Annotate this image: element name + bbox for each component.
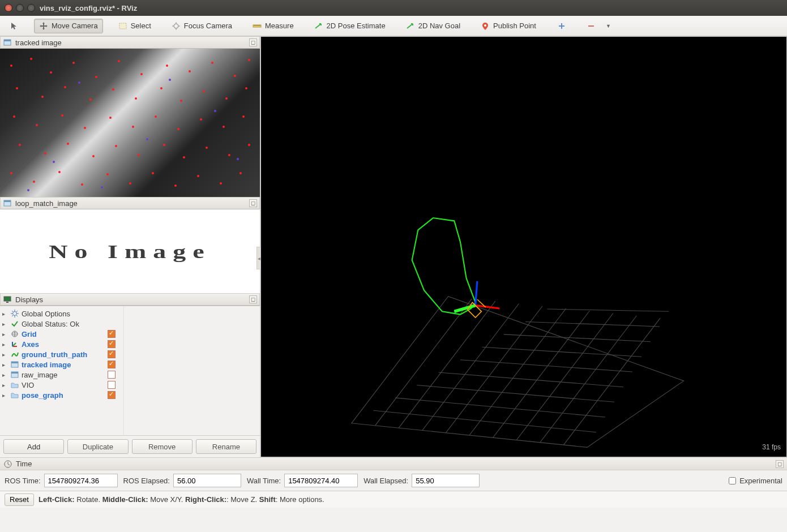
plus-icon[interactable] bbox=[557, 22, 566, 31]
no-image-label: No Image bbox=[49, 240, 211, 263]
ros-elapsed-field[interactable] bbox=[173, 474, 241, 487]
svg-rect-93 bbox=[11, 372, 18, 374]
maximize-icon[interactable] bbox=[27, 4, 35, 12]
ros-time-field[interactable] bbox=[44, 474, 118, 487]
reset-button[interactable]: Reset bbox=[5, 494, 34, 506]
tree-item-label: ground_truth_path bbox=[22, 350, 87, 359]
svg-point-40 bbox=[242, 115, 245, 118]
tree-row[interactable]: ▸Grid bbox=[1, 329, 122, 339]
tree-row[interactable]: ▸VIO bbox=[1, 380, 122, 390]
visibility-checkbox[interactable] bbox=[108, 340, 116, 348]
rename-button[interactable]: Rename bbox=[196, 439, 256, 454]
expand-arrow-icon[interactable]: ▸ bbox=[2, 372, 8, 378]
duplicate-button[interactable]: Duplicate bbox=[67, 439, 128, 454]
3d-viewport[interactable]: ◂ 31 fps bbox=[260, 36, 787, 457]
svg-point-43 bbox=[67, 143, 69, 145]
undock-icon[interactable]: ◻ bbox=[249, 295, 257, 303]
minus-icon[interactable] bbox=[587, 22, 596, 31]
add-button[interactable]: Add bbox=[3, 439, 64, 454]
expand-arrow-icon[interactable]: ▸ bbox=[2, 341, 8, 347]
expand-arrow-icon[interactable]: ▸ bbox=[2, 351, 8, 358]
displays-panel-header[interactable]: Displays ◻ bbox=[0, 293, 260, 306]
tree-row[interactable]: ▸Axes bbox=[1, 339, 122, 349]
fps-label: 31 fps bbox=[762, 443, 781, 451]
viewport-scene bbox=[261, 37, 786, 486]
tree-row[interactable]: ▸tracked image bbox=[1, 359, 122, 370]
tree-row[interactable]: ▸Global Status: Ok bbox=[1, 319, 122, 329]
move-camera-label: Move Camera bbox=[52, 22, 98, 30]
undock-icon[interactable]: ◻ bbox=[249, 199, 257, 207]
svg-point-2 bbox=[174, 24, 178, 28]
chevron-down-icon[interactable]: ▼ bbox=[606, 23, 611, 29]
svg-point-30 bbox=[13, 115, 15, 118]
grid-icon bbox=[10, 329, 19, 338]
displays-tree[interactable]: ▸Global Options▸Global Status: Ok▸Grid▸A… bbox=[0, 306, 124, 435]
svg-point-50 bbox=[228, 154, 230, 156]
svg-point-14 bbox=[166, 65, 168, 67]
expand-arrow-icon[interactable]: ▸ bbox=[2, 382, 8, 388]
tree-row[interactable]: ▸Global Options bbox=[1, 308, 122, 319]
svg-point-41 bbox=[19, 144, 21, 146]
tree-row[interactable]: ▸raw_image bbox=[1, 370, 122, 380]
visibility-checkbox[interactable] bbox=[108, 361, 116, 368]
measure-button[interactable]: Measure bbox=[247, 19, 299, 33]
svg-rect-1 bbox=[120, 24, 126, 28]
nav-goal-label: 2D Nav Goal bbox=[418, 22, 460, 30]
panel-expand-handle[interactable]: ◂ bbox=[256, 247, 261, 269]
svg-line-83 bbox=[12, 315, 13, 316]
focus-camera-label: Focus Camera bbox=[184, 22, 232, 30]
displays-buttons: Add Duplicate Remove Rename bbox=[0, 435, 260, 457]
undock-icon[interactable]: ◻ bbox=[249, 38, 257, 46]
tracked-image-panel-header[interactable]: tracked image ◻ bbox=[0, 36, 260, 49]
loop-match-panel-header[interactable]: loop_match_image ◻ bbox=[0, 197, 260, 209]
select-icon bbox=[118, 22, 127, 31]
nav-goal-button[interactable]: 2D Nav Goal bbox=[401, 19, 465, 33]
expand-arrow-icon[interactable]: ▸ bbox=[2, 331, 8, 337]
focus-camera-button[interactable]: Focus Camera bbox=[166, 19, 237, 33]
ros-time-label: ROS Time: bbox=[5, 477, 41, 485]
pin-icon bbox=[481, 22, 490, 31]
svg-line-80 bbox=[12, 311, 13, 312]
svg-point-24 bbox=[135, 97, 137, 100]
expand-arrow-icon[interactable]: ▸ bbox=[2, 321, 8, 327]
svg-point-38 bbox=[200, 118, 202, 121]
svg-point-52 bbox=[10, 172, 12, 174]
svg-point-47 bbox=[163, 144, 165, 146]
tree-item-label: Global Options bbox=[22, 310, 70, 318]
image-icon bbox=[3, 199, 12, 208]
svg-point-53 bbox=[33, 181, 35, 183]
pose-estimate-button[interactable]: 2D Pose Estimate bbox=[309, 19, 391, 33]
tree-row[interactable]: ▸ground_truth_path bbox=[1, 349, 122, 359]
select-label: Select bbox=[131, 22, 151, 30]
visibility-checkbox[interactable] bbox=[108, 381, 116, 389]
svg-point-28 bbox=[225, 97, 228, 100]
tree-item-label: Axes bbox=[22, 340, 39, 349]
window-controls bbox=[5, 4, 35, 12]
visibility-checkbox[interactable] bbox=[108, 391, 116, 399]
visibility-checkbox[interactable] bbox=[108, 330, 116, 338]
svg-point-31 bbox=[36, 124, 38, 126]
select-button[interactable]: Select bbox=[113, 19, 156, 33]
close-icon[interactable] bbox=[5, 4, 12, 12]
interact-button[interactable] bbox=[5, 19, 24, 33]
remove-button[interactable]: Remove bbox=[132, 439, 193, 454]
publish-point-label: Publish Point bbox=[493, 22, 536, 30]
svg-point-17 bbox=[234, 75, 236, 77]
tree-row[interactable]: ▸pose_graph bbox=[1, 390, 122, 400]
visibility-checkbox[interactable] bbox=[108, 371, 116, 379]
svg-line-82 bbox=[16, 311, 18, 312]
tree-item-label: Grid bbox=[22, 330, 37, 338]
svg-point-22 bbox=[89, 98, 92, 101]
arrow-green-icon bbox=[314, 22, 323, 31]
expand-arrow-icon[interactable]: ▸ bbox=[2, 362, 8, 368]
expand-arrow-icon[interactable]: ▸ bbox=[2, 311, 8, 317]
expand-arrow-icon[interactable]: ▸ bbox=[2, 392, 8, 398]
svg-point-12 bbox=[118, 60, 120, 62]
svg-point-54 bbox=[58, 171, 61, 173]
publish-point-button[interactable]: Publish Point bbox=[476, 19, 541, 33]
minimize-icon[interactable] bbox=[16, 4, 24, 12]
visibility-checkbox[interactable] bbox=[108, 350, 116, 358]
move-camera-button[interactable]: Move Camera bbox=[34, 19, 103, 33]
svg-point-8 bbox=[30, 58, 32, 60]
svg-point-56 bbox=[106, 173, 109, 175]
